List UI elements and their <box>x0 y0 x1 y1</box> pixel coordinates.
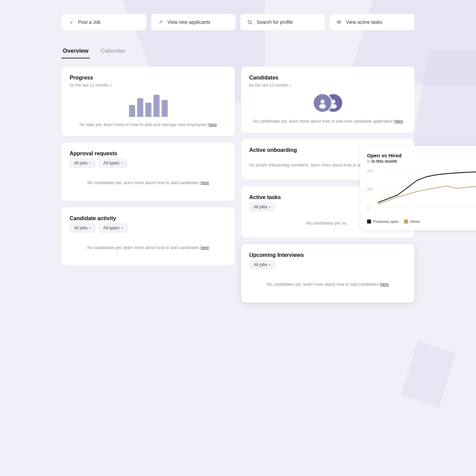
interviews-jobs-filter[interactable]: All jobs ▾ <box>249 260 275 269</box>
progress-title: Progress <box>70 75 227 81</box>
chevron-down-icon: ▾ <box>269 263 271 266</box>
upcoming-interviews-title: Upcoming Interviews <box>249 252 406 258</box>
chart-svg-area <box>378 169 476 210</box>
candidates-empty-text: No candidates yet, learn more about how … <box>249 118 406 125</box>
progress-subtitle: for the last 12 months ▾ <box>70 83 227 88</box>
legend-dot-open <box>367 219 371 224</box>
candidate-activity-empty-text: No candidates yet, learn more about how … <box>70 238 227 258</box>
view-applicants-label: View new applicants <box>167 19 210 25</box>
view-tasks-label: View active tasks <box>346 19 382 25</box>
chart-bar-2 <box>137 98 143 117</box>
chart-bar-5 <box>162 100 168 117</box>
y-axis-labels: 256 256 0 <box>367 169 377 210</box>
svg-line-1 <box>251 23 252 24</box>
search-profile-label: Search for profile <box>257 19 293 25</box>
left-column: Progress for the last 12 months ▾ No dat… <box>61 67 235 303</box>
upcoming-interviews-empty-text: No candidates yet, learn more about how … <box>249 275 406 295</box>
activity-jobs-filter[interactable]: All jobs ▾ <box>70 224 95 232</box>
candidate-activity-card: Candidate activity All jobs ▾ All types … <box>61 207 235 266</box>
search-profile-button[interactable]: Search for profile <box>240 14 325 31</box>
plus-icon: + <box>68 19 75 25</box>
dashboard-grid: Progress for the last 12 months ▾ No dat… <box>61 67 415 303</box>
view-applicants-button[interactable]: ↗ View new applicants <box>151 14 236 31</box>
tab-overview[interactable]: Overview <box>61 44 90 58</box>
tasks-jobs-filter[interactable]: All jobs ▾ <box>249 202 275 211</box>
candidates-avatar-group <box>249 93 406 113</box>
right-column: Candidates for the last 12 months ▾ <box>241 67 415 303</box>
chevron-down-icon: ▾ <box>121 161 123 165</box>
chart-bar-1 <box>129 105 135 117</box>
open-vs-hired-card: Open vs Hired In In this month 256 256 0 <box>360 146 476 230</box>
candidate-activity-filters: All jobs ▾ All types ▾ <box>70 224 227 232</box>
chart-legend: Positions open Hired <box>367 219 476 224</box>
chart-bar-4 <box>153 95 160 117</box>
quick-actions-bar: + Post a Job ↗ View new applicants Searc… <box>61 14 415 31</box>
chart-subtitle: In In this month <box>367 159 476 164</box>
chevron-down-icon: ▾ <box>89 226 91 230</box>
chevron-down-icon: ▾ <box>121 226 123 230</box>
chevron-down-icon: ▾ <box>290 84 291 87</box>
post-job-button[interactable]: + Post a Job <box>61 14 147 31</box>
svg-point-3 <box>339 21 341 23</box>
approval-empty-text: No candidates yet, learn more about how … <box>70 173 227 193</box>
activity-types-filter[interactable]: All types ▾ <box>99 224 127 232</box>
progress-link[interactable]: here <box>208 122 217 127</box>
progress-empty-text: No data yet, learn more on how to add an… <box>70 122 227 128</box>
approval-filters: All jobs ▾ All types ▾ <box>70 159 227 168</box>
line-chart: 256 256 0 <box>367 169 476 217</box>
chart-bar-3 <box>145 103 151 117</box>
upcoming-interviews-filters: All jobs ▾ <box>249 260 406 269</box>
tasks-icon <box>336 19 343 25</box>
tab-calendar[interactable]: Calendar <box>99 44 127 58</box>
chevron-down-icon: ▾ <box>89 161 91 165</box>
progress-card: Progress for the last 12 months ▾ No dat… <box>61 67 235 136</box>
svg-point-4 <box>321 100 325 104</box>
legend-hired: Hired <box>404 219 419 224</box>
progress-chart <box>70 93 227 117</box>
main-tabs: Overview Calendar <box>61 44 415 58</box>
chevron-down-icon: ▾ <box>269 205 271 209</box>
candidate-activity-link[interactable]: here <box>201 245 209 250</box>
legend-positions-open: Positions open <box>367 219 399 224</box>
candidates-title: Candidates <box>249 75 406 81</box>
candidates-link[interactable]: here <box>394 119 403 124</box>
svg-point-5 <box>319 104 326 109</box>
chart-title: Open vs Hired <box>367 153 476 158</box>
chevron-down-icon: ▾ <box>110 84 112 87</box>
post-job-label: Post a Job <box>78 19 100 25</box>
approval-card: Approval requests All jobs ▾ All types ▾… <box>61 142 235 201</box>
upcoming-interviews-card: Upcoming Interviews All jobs ▾ No candid… <box>241 244 415 303</box>
upcoming-interviews-link[interactable]: here <box>380 282 389 287</box>
chart-section: Active onboarding No active onboarding m… <box>241 139 415 180</box>
legend-dot-hired <box>404 219 408 224</box>
candidates-card: Candidates for the last 12 months ▾ <box>241 67 415 133</box>
search-icon <box>246 19 253 25</box>
approval-types-filter[interactable]: All types ▾ <box>99 159 127 168</box>
avatar-pair <box>313 93 343 113</box>
view-tasks-button[interactable]: View active tasks <box>329 14 415 31</box>
approval-link[interactable]: here <box>201 180 209 185</box>
candidates-subtitle: for the last 12 months ▾ <box>249 83 406 88</box>
avatar-1 <box>313 93 332 113</box>
candidate-activity-title: Candidate activity <box>70 215 227 222</box>
approval-title: Approval requests <box>70 151 227 157</box>
arrow-outward-icon: ↗ <box>157 19 164 25</box>
approval-jobs-filter[interactable]: All jobs ▾ <box>70 159 95 168</box>
